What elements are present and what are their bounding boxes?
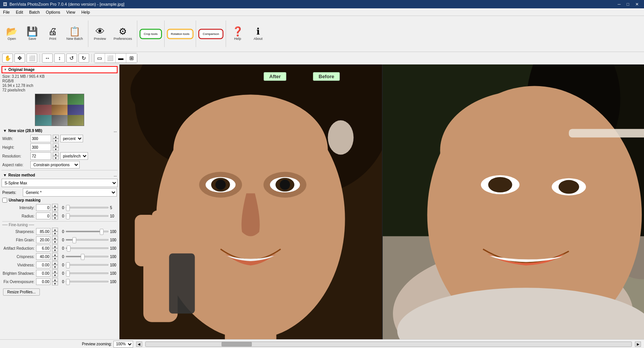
artifact-spin-down[interactable]: ▼ (52, 248, 58, 252)
open-button[interactable]: 📂 Open (2, 25, 21, 43)
resize-method-more-btn[interactable]: ... (114, 173, 117, 177)
horizontal-scrollbar[interactable] (145, 342, 632, 347)
help-button[interactable]: ❓ Help (228, 25, 247, 43)
intensity-value[interactable] (36, 204, 50, 211)
brighten-shadows-slider-track[interactable] (66, 272, 108, 274)
crispness-slider-track[interactable] (66, 256, 108, 257)
vividness-value[interactable] (36, 261, 50, 268)
crispness-value[interactable] (36, 253, 50, 260)
scroll-right-arrow[interactable]: ▶ (635, 342, 641, 347)
resize-method-arrow[interactable]: ▼ (3, 173, 7, 177)
minimize-button[interactable]: ─ (616, 2, 623, 7)
aspect-ratio-select[interactable]: Constrain proportions Free (30, 161, 80, 168)
sharpness-value[interactable] (36, 228, 50, 235)
radius-spin-down[interactable]: ▼ (52, 216, 58, 220)
crispness-min: 0 (60, 255, 64, 259)
crop-tool-button[interactable]: ⬜ (27, 54, 37, 63)
view-split-vertical-button[interactable]: ⬜ (105, 54, 116, 63)
scroll-left-arrow[interactable]: ◀ (136, 342, 142, 347)
vividness-slider-track[interactable] (66, 264, 108, 266)
menu-help[interactable]: Help (78, 8, 93, 16)
resolution-spin-up[interactable]: ▲ (53, 152, 59, 156)
overexposure-spin-up[interactable]: ▲ (52, 278, 58, 282)
resolution-unit-select[interactable]: pixels/inch pixels/cm (60, 152, 88, 160)
overexposure-spin-down[interactable]: ▼ (52, 282, 58, 285)
view-single-button[interactable]: ▭ (94, 54, 105, 63)
menu-edit[interactable]: Edit (13, 8, 26, 16)
width-spin-down[interactable]: ▼ (53, 139, 59, 142)
brighten-spin-up[interactable]: ▲ (52, 269, 58, 273)
presets-select[interactable]: Generic * Photo Illustration (23, 188, 117, 197)
width-spin-up[interactable]: ▲ (53, 135, 59, 139)
print-button[interactable]: 🖨 Print (43, 25, 62, 43)
crispness-spin-down[interactable]: ▼ (52, 257, 58, 260)
maximize-button[interactable]: □ (624, 2, 631, 7)
rotate-cw-button[interactable]: ↻ (79, 54, 89, 63)
resize-method-select[interactable]: S-Spline Max S-Spline XL S-Spline Lanczo… (2, 179, 118, 187)
height-input[interactable] (30, 143, 51, 151)
radius-slider-track[interactable] (66, 215, 108, 217)
brighten-spin-down[interactable]: ▼ (52, 273, 58, 277)
save-button[interactable]: 💾 Save (23, 25, 42, 43)
resolution-input[interactable] (30, 152, 51, 160)
intensity-slider-track[interactable] (66, 207, 108, 208)
artifact-reduction-slider-track[interactable] (66, 247, 108, 249)
radius-value[interactable] (36, 213, 50, 219)
radius-spin-up[interactable]: ▲ (52, 212, 58, 216)
sharpness-spin-down[interactable]: ▼ (52, 231, 58, 235)
titlebar: 🖼 BenVista PhotoZoom Pro 7.0.4 (demo ver… (0, 0, 644, 8)
film-grain-slider-track[interactable] (66, 239, 108, 241)
flip-vertical-button[interactable]: ↕ (54, 54, 65, 63)
height-spin-down[interactable]: ▼ (53, 147, 59, 151)
fix-overexposure-slider-track[interactable] (66, 281, 108, 282)
crop-tools-label-btn[interactable]: Crop tools (141, 31, 160, 37)
menu-file[interactable]: File (0, 8, 13, 16)
about-button[interactable]: ℹ About (249, 25, 268, 43)
film-grain-value[interactable] (36, 236, 50, 243)
zoom-select[interactable]: 100% 50% 75% 150% 200% (113, 341, 133, 348)
menu-batch[interactable]: Batch (26, 8, 43, 16)
artifact-reduction-value[interactable] (36, 245, 50, 252)
svg-rect-18 (225, 279, 276, 339)
comparison-label-btn[interactable]: Comparison (200, 31, 221, 37)
flip-horizontal-button[interactable]: ↔ (42, 54, 53, 63)
unsharp-masking-checkbox[interactable] (2, 198, 7, 203)
move-tool-button[interactable]: ✥ (14, 54, 25, 63)
collapse-icon[interactable]: ▼ (4, 68, 7, 71)
thumb-cell-2 (52, 94, 68, 105)
preview-zoom-label: Preview zooming: (82, 342, 112, 346)
view-split-horizontal-button[interactable]: ▬ (116, 54, 126, 63)
artifact-spin-up[interactable]: ▲ (52, 244, 58, 248)
menu-view[interactable]: View (63, 8, 79, 16)
preview-button[interactable]: 👁 Preview (91, 25, 110, 43)
preferences-button[interactable]: ⚙ Preferences (111, 25, 135, 43)
rotate-ccw-button[interactable]: ↺ (66, 54, 77, 63)
new-size-more-btn[interactable]: ... (114, 129, 117, 133)
close-button[interactable]: ✕ (633, 2, 641, 7)
toolbar2-sep-1 (39, 54, 40, 62)
vividness-spin-up[interactable]: ▲ (52, 261, 58, 265)
vividness-spin-down[interactable]: ▼ (52, 265, 58, 269)
new-batch-button[interactable]: 📋 New Batch (64, 25, 86, 43)
crispness-spin-up[interactable]: ▲ (52, 253, 58, 257)
brighten-shadows-value[interactable] (36, 270, 50, 277)
film-grain-spin-up[interactable]: ▲ (52, 236, 58, 240)
sharpness-slider-track[interactable] (66, 231, 108, 232)
height-spin-up[interactable]: ▲ (53, 143, 59, 147)
fix-overexposure-value[interactable] (36, 278, 50, 285)
preview-center-divider (382, 65, 383, 339)
new-size-arrow[interactable]: ▼ (3, 129, 7, 133)
intensity-spin-up[interactable]: ▲ (52, 204, 58, 208)
resize-profiles-button[interactable]: Resize Profiles... (3, 288, 40, 296)
film-grain-spin-down[interactable]: ▼ (52, 240, 58, 244)
view-quad-button[interactable]: ⊞ (126, 54, 137, 63)
menu-options[interactable]: Options (43, 8, 63, 16)
resolution-spin-down[interactable]: ▼ (53, 156, 59, 160)
pan-tool-button[interactable]: ✋ (2, 54, 13, 63)
rotation-tools-label-btn[interactable]: Rotation tools (169, 31, 192, 37)
width-input[interactable] (30, 135, 51, 142)
width-unit-select[interactable]: percent pixels inches cm (60, 135, 83, 142)
sharpness-spin-up[interactable]: ▲ (52, 228, 58, 231)
horizontal-scroll-thumb[interactable] (221, 342, 252, 346)
intensity-spin-down[interactable]: ▼ (52, 208, 58, 211)
